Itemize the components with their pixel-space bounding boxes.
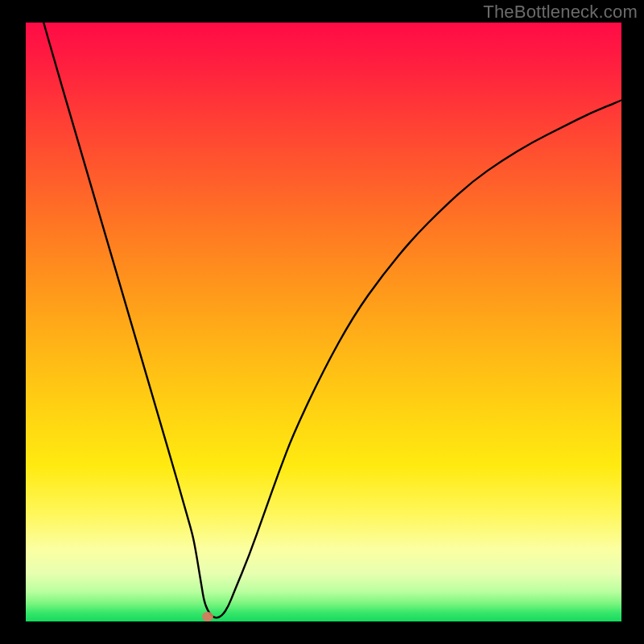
bottleneck-curve bbox=[26, 23, 621, 621]
watermark-text: TheBottleneck.com bbox=[483, 2, 638, 23]
chart-frame: TheBottleneck.com bbox=[0, 0, 644, 644]
plot-area bbox=[26, 23, 621, 621]
optimum-marker-dot bbox=[202, 612, 213, 621]
